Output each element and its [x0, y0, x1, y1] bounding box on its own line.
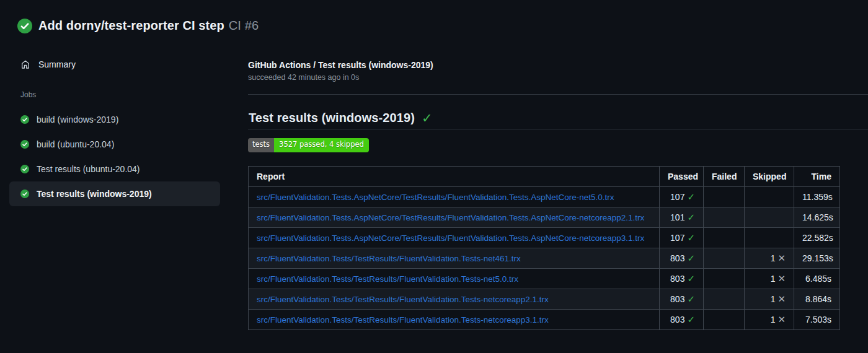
skipped-cell: 1✕	[745, 289, 794, 309]
report-link[interactable]: src/FluentValidation.Tests.AspNetCore/Te…	[257, 233, 644, 243]
passed-cell: 803✓	[660, 289, 704, 309]
skipped-cell: 1✕	[745, 248, 794, 268]
divider	[248, 129, 868, 129]
check-icon: ✓	[687, 212, 695, 222]
divider	[248, 94, 868, 95]
column-header-skipped: Skipped	[745, 166, 794, 186]
time-cell: 7.503s	[794, 309, 840, 329]
time-cell: 22.582s	[794, 227, 840, 248]
run-header: Add dorny/test-reporter CI stepCI #6	[0, 0, 868, 47]
table-row: src/FluentValidation.Tests/TestResults/F…	[249, 248, 840, 268]
badge-value: 3527 passed, 4 skipped	[274, 138, 369, 152]
sidebar-job-item-0[interactable]: build (windows-2019)	[9, 107, 220, 132]
column-header-time: Time	[794, 166, 840, 186]
section-heading: Test results (windows-2019) ✓	[249, 111, 868, 125]
sidebar-job-item-2[interactable]: Test results (ubuntu-20.04)	[9, 157, 220, 181]
test-results-table: Report Passed Failed Skipped Time src/Fl…	[248, 166, 840, 330]
section-heading-text: Test results (windows-2019)	[249, 111, 415, 125]
failed-cell	[704, 289, 745, 309]
job-label: build (windows-2019)	[37, 115, 118, 124]
failed-cell	[704, 268, 745, 289]
table-body: src/FluentValidation.Tests.AspNetCore/Te…	[249, 186, 840, 329]
report-cell: src/FluentValidation.Tests/TestResults/F…	[249, 289, 660, 309]
jobs-section-label: Jobs	[20, 90, 248, 99]
table-row: src/FluentValidation.Tests/TestResults/F…	[249, 289, 840, 309]
table-row: src/FluentValidation.Tests.AspNetCore/Te…	[249, 186, 840, 207]
failed-cell	[704, 207, 745, 227]
job-label: build (ubuntu-20.04)	[37, 139, 114, 149]
home-icon	[20, 59, 30, 69]
report-link[interactable]: src/FluentValidation.Tests/TestResults/F…	[257, 274, 518, 284]
report-cell: src/FluentValidation.Tests/TestResults/F…	[249, 268, 660, 289]
jobs-list: build (windows-2019) build (ubuntu-20.04…	[0, 107, 248, 206]
report-link[interactable]: src/FluentValidation.Tests.AspNetCore/Te…	[257, 193, 614, 202]
x-icon: ✕	[777, 294, 786, 304]
check-run-title: GitHub Actions / Test results (windows-2…	[248, 60, 868, 70]
report-cell: src/FluentValidation.Tests.AspNetCore/Te…	[249, 227, 660, 248]
report-link[interactable]: src/FluentValidation.Tests/TestResults/F…	[257, 254, 521, 263]
passed-cell: 101✓	[660, 207, 704, 227]
check-icon: ✓	[422, 111, 433, 124]
failed-cell	[704, 186, 745, 207]
sidebar-summary-label: Summary	[38, 59, 76, 69]
check-circle-icon	[20, 140, 29, 149]
passed-cell: 107✓	[660, 227, 704, 248]
x-icon: ✕	[777, 273, 786, 284]
time-cell: 11.359s	[794, 186, 840, 207]
check-icon: ✓	[687, 191, 695, 202]
job-label: Test results (windows-2019)	[37, 189, 152, 199]
time-cell: 14.625s	[794, 207, 840, 227]
column-header-failed: Failed	[704, 166, 745, 186]
skipped-cell: 1✕	[745, 268, 794, 289]
report-link[interactable]: src/FluentValidation.Tests/TestResults/F…	[257, 295, 549, 304]
sidebar-job-item-3[interactable]: Test results (windows-2019)	[9, 181, 220, 206]
table-row: src/FluentValidation.Tests/TestResults/F…	[249, 309, 840, 329]
x-icon: ✕	[777, 253, 786, 263]
passed-cell: 803✓	[660, 248, 704, 268]
passed-cell: 803✓	[660, 309, 704, 329]
report-cell: src/FluentValidation.Tests/TestResults/F…	[249, 248, 660, 268]
failed-cell	[704, 309, 745, 329]
table-header-row: Report Passed Failed Skipped Time	[249, 166, 840, 186]
badge-label: tests	[248, 138, 274, 152]
check-icon: ✓	[687, 232, 695, 243]
check-icon: ✓	[687, 273, 695, 284]
report-cell: src/FluentValidation.Tests.AspNetCore/Te…	[249, 207, 660, 227]
tests-badge: tests 3527 passed, 4 skipped	[248, 138, 369, 152]
skipped-cell: ✕	[745, 186, 794, 207]
report-cell: src/FluentValidation.Tests/TestResults/F…	[249, 309, 660, 329]
sidebar: Summary Jobs build (windows-2019) build …	[0, 47, 248, 206]
skipped-cell: ✕	[745, 207, 794, 227]
report-link[interactable]: src/FluentValidation.Tests/TestResults/F…	[257, 315, 549, 325]
passed-cell: 803✓	[660, 268, 704, 289]
time-cell: 8.864s	[794, 289, 840, 309]
sidebar-item-summary[interactable]: Summary	[9, 56, 220, 73]
check-circle-icon	[20, 115, 29, 124]
check-circle-icon	[20, 190, 29, 198]
check-circle-icon	[17, 19, 32, 33]
passed-cell: 107✓	[660, 186, 704, 207]
check-icon: ✓	[687, 314, 695, 325]
run-title-text: Add dorny/test-reporter CI step	[38, 19, 224, 32]
column-header-report: Report	[249, 166, 660, 186]
skipped-cell: 1✕	[745, 309, 794, 329]
check-icon: ✓	[687, 294, 695, 304]
check-icon: ✓	[687, 253, 695, 263]
sidebar-job-item-1[interactable]: build (ubuntu-20.04)	[9, 132, 220, 157]
table-row: src/FluentValidation.Tests/TestResults/F…	[249, 268, 840, 289]
column-header-passed: Passed	[660, 166, 704, 186]
check-run-status-text: succeeded 42 minutes ago in 0s	[248, 73, 868, 82]
skipped-cell: ✕	[745, 227, 794, 248]
time-cell: 29.153s	[794, 248, 840, 268]
table-row: src/FluentValidation.Tests.AspNetCore/Te…	[249, 207, 840, 227]
main-content: GitHub Actions / Test results (windows-2…	[248, 47, 868, 330]
job-label: Test results (ubuntu-20.04)	[37, 164, 140, 174]
failed-cell	[704, 248, 745, 268]
run-title: Add dorny/test-reporter CI stepCI #6	[38, 19, 259, 33]
time-cell: 6.485s	[794, 268, 840, 289]
table-row: src/FluentValidation.Tests.AspNetCore/Te…	[249, 227, 840, 248]
workflow-run-page: Add dorny/test-reporter CI stepCI #6 Sum…	[0, 0, 868, 353]
report-link[interactable]: src/FluentValidation.Tests.AspNetCore/Te…	[257, 213, 644, 222]
x-icon: ✕	[777, 314, 786, 325]
check-circle-icon	[20, 165, 29, 173]
